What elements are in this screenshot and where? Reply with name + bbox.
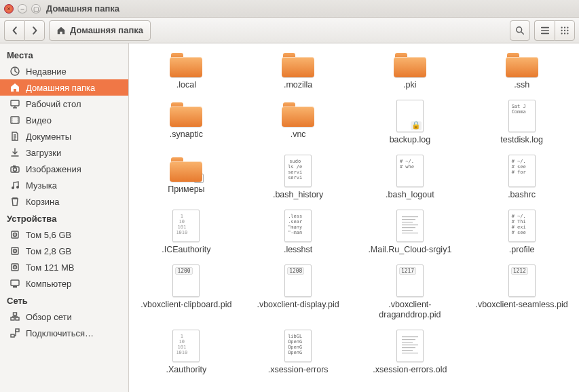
file-item[interactable]: 1217.vboxclient-draganddrop.pid bbox=[359, 264, 461, 320]
document-icon bbox=[396, 100, 424, 132]
file-item[interactable]: ↗Примеры bbox=[135, 155, 237, 200]
svg-point-29 bbox=[14, 250, 15, 251]
file-item[interactable]: .ssh bbox=[471, 50, 573, 90]
svg-rect-38 bbox=[11, 334, 14, 337]
file-item[interactable]: 1200.vboxclient-clipboard.pid bbox=[135, 264, 237, 320]
path-segment-home[interactable]: Домашняя папка bbox=[49, 20, 151, 41]
file-item[interactable]: 1 10 101 1010.ICEauthority bbox=[135, 210, 237, 255]
file-item[interactable]: .synaptic bbox=[135, 100, 237, 145]
sidebar-item-connect[interactable]: Подключиться… bbox=[0, 325, 128, 341]
file-label: .bash_logout bbox=[386, 190, 434, 200]
svg-point-22 bbox=[12, 187, 14, 189]
file-item[interactable]: .local bbox=[135, 50, 237, 90]
file-item[interactable]: Sat J Commatestdisk.log bbox=[471, 100, 573, 145]
file-label: .vnc bbox=[291, 130, 306, 140]
svg-point-9 bbox=[567, 33, 568, 34]
svg-point-26 bbox=[14, 234, 15, 235]
grid-icon bbox=[560, 26, 569, 35]
file-item[interactable]: .pki bbox=[359, 50, 461, 90]
sidebar-item-vol121[interactable]: Том 121 MB bbox=[0, 259, 128, 275]
file-item[interactable]: .Mail.Ru_Cloud-srgiy1 bbox=[359, 210, 461, 255]
file-label: testdisk.log bbox=[500, 135, 543, 145]
document-icon: # ~/. # whe bbox=[396, 155, 424, 187]
file-item[interactable]: 1208.vboxclient-display.pid bbox=[247, 264, 349, 320]
file-item[interactable]: .vnc bbox=[247, 100, 349, 145]
svg-rect-52 bbox=[402, 350, 413, 351]
document-icon: 1208 bbox=[284, 264, 312, 297]
sidebar-item-label: Корзина bbox=[26, 197, 60, 207]
back-button[interactable] bbox=[4, 20, 24, 41]
sidebar-item-browse[interactable]: Обзор сети bbox=[0, 309, 128, 325]
minimize-icon[interactable]: – bbox=[18, 4, 27, 14]
file-item[interactable]: backup.log bbox=[359, 100, 461, 145]
file-preview-text: # ~/. # whe bbox=[400, 159, 414, 170]
svg-point-4 bbox=[561, 29, 562, 31]
search-button[interactable] bbox=[510, 20, 530, 41]
file-view[interactable]: .local.mozilla.pki.ssh.synaptic.vncbacku… bbox=[129, 43, 579, 392]
sidebar-item-music[interactable]: Музыка bbox=[0, 177, 128, 193]
sidebar-item-label: Компьютер bbox=[26, 279, 71, 289]
disk-icon bbox=[10, 229, 20, 240]
file-label: backup.log bbox=[390, 135, 430, 145]
link-badge-icon: ↗ bbox=[194, 174, 204, 183]
trash-icon bbox=[10, 196, 20, 207]
svg-rect-21 bbox=[13, 165, 16, 167]
sidebar-item-label: Музыка bbox=[26, 180, 57, 191]
document-icon: .less .sear "many "-man bbox=[284, 210, 312, 242]
sidebar-item-vol28[interactable]: Том 2,8 GB bbox=[0, 243, 128, 259]
sidebar-item-recent[interactable]: Недавние bbox=[0, 63, 128, 79]
file-item[interactable]: .mozilla bbox=[247, 50, 349, 90]
file-item[interactable]: sudo ls /e servi servi.bash_history bbox=[247, 155, 349, 200]
sidebar-item-trash[interactable]: Корзина bbox=[0, 193, 128, 210]
svg-point-2 bbox=[564, 26, 565, 28]
folder-icon bbox=[282, 100, 314, 127]
file-item[interactable]: # ~/. # whe.bash_logout bbox=[359, 155, 461, 200]
net-icon bbox=[10, 311, 20, 322]
file-item[interactable]: libGL OpenG OpenG OpenG.xsession-errors bbox=[247, 330, 349, 375]
document-icon bbox=[396, 330, 424, 362]
view-buttons bbox=[534, 20, 575, 41]
sidebar-item-pictures[interactable]: Изображения bbox=[0, 161, 128, 177]
sidebar-item-videos[interactable]: Видео bbox=[0, 112, 128, 128]
svg-point-23 bbox=[16, 186, 19, 189]
file-preview-text: # ~/. # see # for bbox=[512, 159, 526, 175]
grid-view-button[interactable] bbox=[555, 20, 575, 41]
document-icon: # ~/. # Thi # exi # see bbox=[508, 210, 536, 242]
home-icon bbox=[56, 26, 66, 35]
folder-icon bbox=[170, 100, 202, 127]
sidebar-item-label: Рабочий стол bbox=[26, 99, 81, 109]
toolbar: Домашняя папка bbox=[0, 18, 579, 43]
sidebar-item-vol56[interactable]: Том 5,6 GB bbox=[0, 227, 128, 243]
file-label: .vboxclient-draganddrop.pid bbox=[362, 300, 457, 320]
sidebar-item-home[interactable]: Домашняя папка bbox=[0, 79, 128, 96]
text-lines-icon bbox=[400, 214, 420, 238]
svg-rect-41 bbox=[402, 219, 415, 220]
sidebar-item-computer[interactable]: Компьютер bbox=[0, 275, 128, 292]
list-view-button[interactable] bbox=[534, 20, 555, 41]
close-icon[interactable]: × bbox=[4, 4, 14, 14]
forward-button[interactable] bbox=[24, 20, 45, 41]
file-item[interactable]: 1212.vboxclient-seamless.pid bbox=[471, 264, 573, 320]
doc-icon bbox=[10, 131, 20, 142]
sidebar-item-downloads[interactable]: Загрузки bbox=[0, 144, 128, 161]
file-badge: 1217 bbox=[399, 267, 416, 275]
path-bar: Домашняя папка bbox=[49, 20, 506, 41]
svg-point-13 bbox=[12, 117, 12, 118]
file-item[interactable]: .xsession-errors.old bbox=[359, 330, 461, 375]
document-icon: 1 10 101 1010 bbox=[172, 330, 200, 362]
computer-icon bbox=[10, 278, 20, 289]
document-icon: libGL OpenG OpenG OpenG bbox=[284, 330, 312, 362]
file-label: Примеры bbox=[168, 184, 204, 195]
file-item[interactable]: .less .sear "many "-man.lesshst bbox=[247, 210, 349, 255]
file-item[interactable]: # ~/. # Thi # exi # see.profile bbox=[471, 210, 573, 255]
sidebar-item-documents[interactable]: Документы bbox=[0, 128, 128, 144]
maximize-icon[interactable]: ▢ bbox=[31, 4, 41, 14]
svg-point-17 bbox=[17, 119, 18, 120]
toolbar-right bbox=[510, 20, 575, 41]
file-item[interactable]: # ~/. # see # for.bashrc bbox=[471, 155, 573, 200]
disk-icon bbox=[10, 262, 20, 273]
sidebar-item-desktop[interactable]: Рабочий стол bbox=[0, 96, 128, 112]
file-item[interactable]: 1 10 101 1010.Xauthority bbox=[135, 330, 237, 375]
sidebar-item-label: Домашняя папка bbox=[26, 83, 95, 93]
svg-rect-47 bbox=[402, 336, 418, 337]
